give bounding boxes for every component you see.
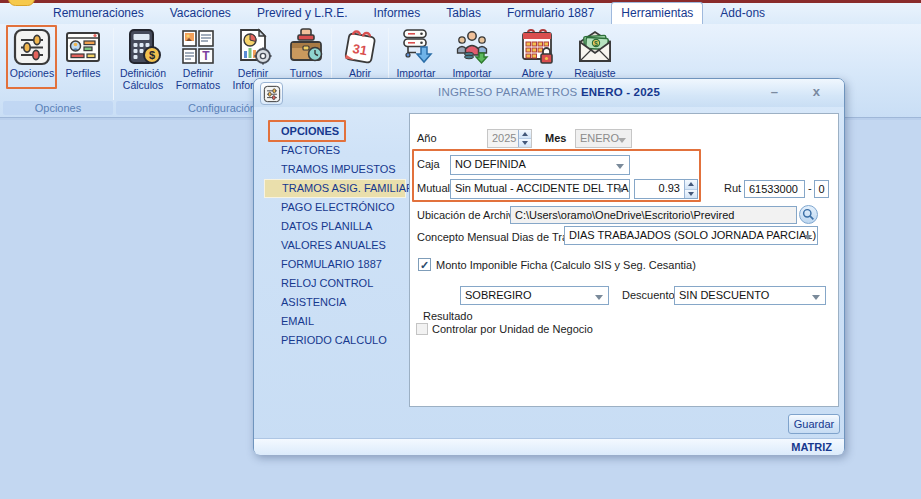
- dialog-sidebar: OPCIONES FACTORES TRAMOS IMPUESTOS TRAMO…: [264, 122, 406, 350]
- ribbon-button-label: Definir Formatos: [172, 68, 224, 92]
- monto-imponible-checkbox[interactable]: ✓: [418, 258, 431, 271]
- server-download-icon: [396, 27, 436, 67]
- spin-down-icon: [522, 141, 528, 145]
- app-window: Remuneraciones Vacaciones Previred y L.R…: [0, 0, 921, 499]
- sidebar-item-periodo-calculo[interactable]: PERIODO CALCULO: [264, 331, 406, 350]
- sidebar-item-formulario-1887[interactable]: FORMULARIO 1887: [264, 255, 406, 274]
- menu-previred-lre[interactable]: Previred y L.R.E.: [248, 3, 357, 24]
- report-gear-icon: [233, 27, 273, 67]
- calendar-31-icon: 31: [340, 27, 380, 67]
- ribbon-button-label: Perfiles: [59, 68, 107, 80]
- sidebar-item-tramos-impuestos[interactable]: TRAMOS IMPUESTOS: [264, 160, 406, 179]
- sidebar-item-email[interactable]: EMAIL: [264, 312, 406, 331]
- spinner-buttons[interactable]: [684, 180, 697, 198]
- sliders-icon: [12, 27, 52, 67]
- menu-add-ons[interactable]: Add-ons: [711, 3, 774, 24]
- ribbon-button-importar-servidor[interactable]: Importar: [390, 27, 442, 80]
- ribbon-button-importar-personas[interactable]: Importar: [444, 27, 500, 80]
- menu-informes[interactable]: Informes: [365, 3, 430, 24]
- caja-label: Caja: [417, 158, 440, 170]
- spin-down-icon: [688, 192, 694, 196]
- search-icon: [802, 208, 815, 221]
- descuento-label: Descuento: [622, 289, 675, 301]
- dialog-content-panel: Año 2025 Mes ENERO Caja NO DEFINIDA Mutu…: [409, 113, 839, 407]
- close-button[interactable]: x: [813, 84, 820, 99]
- sidebar-item-valores-anuales[interactable]: VALORES ANUALES: [264, 236, 406, 255]
- rut-separator: -: [808, 182, 812, 194]
- tab-herramientas[interactable]: Herramientas: [611, 2, 703, 24]
- chevron-down-icon: [812, 295, 820, 300]
- sidebar-item-asistencia[interactable]: ASISTENCIA: [264, 293, 406, 312]
- dialog-status-bar: MATRIZ: [254, 438, 844, 455]
- sidebar-item-tramos-asig-familiar[interactable]: TRAMOS ASIG. FAMILIAR: [264, 179, 406, 198]
- caja-select[interactable]: NO DEFINIDA: [450, 155, 630, 175]
- descuento-select[interactable]: SIN DESCUENTO: [674, 286, 826, 305]
- resultado-label: Resultado: [423, 310, 473, 322]
- chevron-down-icon: [595, 295, 603, 300]
- documents-formats-icon: T: [178, 27, 218, 67]
- spinner-buttons[interactable]: [518, 130, 531, 147]
- ubicacion-input[interactable]: C:\Users\oramo\OneDrive\Escritorio\Previ…: [510, 206, 797, 224]
- menu-remuneraciones[interactable]: Remuneraciones: [44, 3, 153, 24]
- monto-imponible-label: Monto Imponible Ficha (Calculo SIS y Seg…: [436, 259, 696, 271]
- chevron-down-icon: [618, 138, 626, 143]
- briefcase-stamp-clock-icon: [286, 27, 326, 67]
- svg-text:T: T: [202, 49, 210, 63]
- ubicacion-label: Ubicación de Archivos: [417, 209, 525, 221]
- mes-label: Mes: [545, 132, 566, 144]
- money-envelope-icon: $: [575, 27, 615, 67]
- ribbon-button-perfiles[interactable]: Perfiles: [59, 27, 107, 80]
- mutual-label: Mutual: [417, 182, 450, 194]
- controlar-unidad-checkbox[interactable]: [416, 323, 428, 335]
- mutual-rate-spinner[interactable]: 0.93: [634, 179, 698, 199]
- chevron-down-icon: [616, 164, 624, 169]
- anio-spinner[interactable]: 2025: [487, 129, 532, 148]
- svg-text:31: 31: [351, 41, 368, 58]
- sidebar-item-opciones[interactable]: OPCIONES: [264, 122, 406, 141]
- menu-vacaciones[interactable]: Vacaciones: [161, 3, 240, 24]
- app-menu-button[interactable]: [8, 0, 35, 6]
- status-empresa: MATRIZ: [791, 441, 832, 453]
- mes-select[interactable]: ENERO: [575, 129, 632, 148]
- ribbon-button-opciones[interactable]: Opciones: [7, 27, 57, 80]
- sobregiro-select[interactable]: SOBREGIRO: [460, 286, 609, 305]
- sidebar-item-factores[interactable]: FACTORES: [264, 141, 406, 160]
- rut-input[interactable]: 61533000: [744, 180, 805, 198]
- ribbon-button-definicion-calculos[interactable]: $ Definición Cálculos: [114, 27, 172, 92]
- profiles-window-icon: [63, 27, 103, 67]
- ribbon-group-opciones: Opciones: [3, 101, 113, 115]
- dialog-title: INGRESO PARAMETROS ENERO - 2025: [254, 86, 844, 98]
- guardar-button[interactable]: Guardar: [788, 414, 840, 434]
- ribbon-button-definir-formatos[interactable]: T Definir Formatos: [172, 27, 224, 92]
- rut-dv-input[interactable]: 0: [814, 180, 829, 198]
- ribbon-button-label: Opciones: [7, 68, 57, 80]
- ribbon-button-abre-y[interactable]: Abre y: [510, 27, 564, 80]
- svg-text:$: $: [594, 40, 598, 48]
- mutual-select[interactable]: Sin Mutual - ACCIDENTE DEL TRABAJO: [450, 179, 630, 199]
- chevron-down-icon: [616, 188, 624, 193]
- ribbon-button-label: Definición Cálculos: [114, 68, 172, 92]
- calendar-lock-icon: [517, 27, 557, 67]
- menu-tablas[interactable]: Tablas: [437, 3, 490, 24]
- sidebar-item-datos-planilla[interactable]: DATOS PLANILLA: [264, 217, 406, 236]
- chevron-down-icon: [804, 235, 812, 240]
- rut-label: Rut: [724, 182, 741, 194]
- people-import-icon: [452, 27, 492, 67]
- sidebar-item-reloj-control[interactable]: RELOJ CONTROL: [264, 274, 406, 293]
- sidebar-item-pago-electronico[interactable]: PAGO ELECTRÓNICO: [264, 198, 406, 217]
- svg-text:$: $: [149, 49, 155, 61]
- ribbon-button-reajuste[interactable]: $ Reajuste: [568, 27, 622, 80]
- dialog-ingreso-parametros: INGRESO PARAMETROS ENERO - 2025 – x OPCI…: [253, 78, 845, 455]
- spin-up-icon: [522, 132, 528, 136]
- calculator-coin-icon: $: [123, 27, 163, 67]
- browse-folder-button[interactable]: [799, 205, 818, 224]
- minimize-button[interactable]: –: [771, 84, 778, 99]
- spin-up-icon: [688, 182, 694, 186]
- anio-label: Año: [417, 132, 437, 144]
- ribbon-button-turnos[interactable]: Turnos: [282, 27, 330, 80]
- controlar-unidad-label: Controlar por Unidad de Negocio: [432, 323, 593, 335]
- concepto-select[interactable]: DIAS TRABAJADOS (SOLO JORNADA PARCIAL): [564, 226, 818, 245]
- dialog-title-bar[interactable]: INGRESO PARAMETROS ENERO - 2025 – x: [254, 79, 844, 107]
- menu-bar: Remuneraciones Vacaciones Previred y L.R…: [0, 3, 921, 24]
- menu-formulario-1887[interactable]: Formulario 1887: [498, 3, 603, 24]
